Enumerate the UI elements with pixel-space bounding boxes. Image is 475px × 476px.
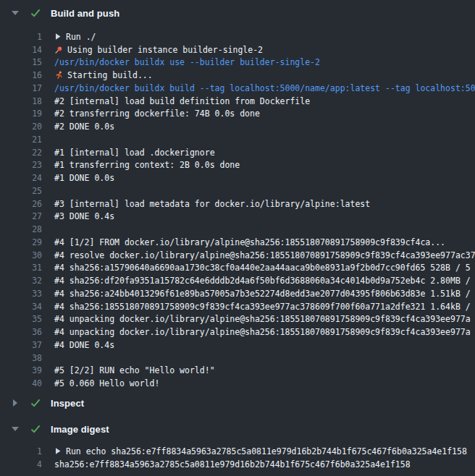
log-line-text: #5 0.060 Hello world! (54, 378, 159, 388)
log-line-text: #1 [internal] load .dockerignore (54, 148, 215, 158)
line-number[interactable]: 29 (0, 237, 42, 247)
line-number[interactable]: 27 (0, 211, 42, 221)
line-number[interactable]: 36 (0, 327, 42, 337)
line-number[interactable]: 21 (0, 135, 42, 145)
line-number[interactable]: 28 (0, 224, 42, 234)
log-line-text: #4 sha256:a24bb4013296f61e89ba57005a7b3e… (54, 289, 475, 299)
log-line: 27#3 DONE 0.4s (0, 211, 475, 224)
log-line-content: #4 DONE 0.4s (42, 340, 475, 350)
line-number[interactable]: 16 (0, 70, 42, 80)
play-icon[interactable] (54, 447, 62, 455)
log-line-text: #4 resolve docker.io/library/alpine@sha2… (54, 250, 475, 260)
line-number[interactable]: 23 (0, 160, 42, 170)
chevron-down-icon[interactable] (11, 11, 20, 15)
line-number[interactable]: 30 (0, 250, 42, 260)
log-line-content: Starting build... (42, 70, 475, 80)
log-line: 20#2 DONE 0.0s (0, 120, 475, 133)
log-line-text: #4 sha256:185518070891758909c9f839cf4ca3… (54, 302, 475, 312)
log-line-text: #4 unpacking docker.io/library/alpine@sh… (54, 314, 471, 324)
log-line-content: #4 resolve docker.io/library/alpine@sha2… (42, 250, 475, 260)
log-line-content: #2 transferring dockerfile: 74B 0.0s don… (42, 109, 475, 119)
chevron-right-icon[interactable] (11, 399, 20, 407)
log-line: 23#1 transferring context: 2B 0.0s done (0, 159, 475, 172)
log-line-text: #2 transferring dockerfile: 74B 0.0s don… (54, 109, 260, 119)
log-line: 4sha256:e7ff8834a5963a2785c5a0811e979d16… (0, 458, 475, 471)
log-line-text: #4 DONE 0.4s (54, 340, 114, 350)
log-line-content: #4 [1/2] FROM docker.io/library/alpine@s… (42, 237, 475, 247)
log-line-text: #4 sha256:df20fa9351a15782c64e6dddb2d4a6… (54, 276, 475, 286)
log-line-text: Run ./ (66, 32, 96, 42)
log-line: 40#5 0.060 Hello world! (0, 377, 475, 390)
log-line: 38 (0, 352, 475, 365)
log-line: 16Starting build... (0, 69, 475, 82)
log-line: 21 (0, 133, 475, 146)
line-number[interactable]: 37 (0, 340, 42, 350)
log-line-text: #1 transferring context: 2B 0.0s done (54, 160, 240, 170)
log-line-content: #4 sha256:a15790640a6690aa1730c38cf0a440… (42, 263, 475, 273)
line-number[interactable]: 33 (0, 289, 42, 299)
log-line-content: #4 sha256:185518070891758909c9f839cf4ca3… (42, 302, 475, 312)
log-line-content: Run echo sha256:e7ff8834a5963a2785c5a081… (42, 446, 475, 456)
log-line-content: #4 sha256:a24bb4013296f61e89ba57005a7b3e… (42, 289, 475, 299)
line-number[interactable]: 20 (0, 122, 42, 132)
line-number[interactable]: 18 (0, 96, 42, 106)
line-number[interactable]: 1 (0, 32, 42, 42)
line-number[interactable]: 17 (0, 83, 42, 93)
log-line: 15/usr/bin/docker buildx use --builder b… (0, 56, 475, 69)
chevron-down-icon[interactable] (11, 427, 20, 431)
log-line-text: Using builder instance builder-single-2 (67, 45, 263, 55)
line-number[interactable]: 1 (0, 446, 42, 456)
line-number[interactable]: 22 (0, 148, 42, 158)
line-number[interactable]: 35 (0, 314, 42, 324)
log-line-text: #2 [internal] load build definition from… (54, 96, 310, 106)
log-line-content: #4 unpacking docker.io/library/alpine@sh… (42, 327, 475, 337)
line-number[interactable]: 39 (0, 365, 42, 375)
log-line: 33#4 sha256:a24bb4013296f61e89ba57005a7b… (0, 287, 475, 300)
line-number[interactable]: 14 (0, 45, 42, 55)
log-line: 1Run echo sha256:e7ff8834a5963a2785c5a08… (0, 445, 475, 458)
log-line-content: #1 transferring context: 2B 0.0s done (42, 160, 475, 170)
section-header-build-and-push[interactable]: Build and push (0, 0, 475, 26)
log-line-text: /usr/bin/docker buildx use --builder bui… (54, 57, 320, 67)
log-line-content: #4 unpacking docker.io/library/alpine@sh… (42, 314, 475, 324)
log-line-text: #3 DONE 0.4s (54, 211, 114, 221)
line-number[interactable]: 19 (0, 109, 42, 119)
log-line-content: #3 [internal] load metadata for docker.i… (42, 199, 475, 209)
check-icon (30, 399, 42, 407)
log-line-text: #3 [internal] load metadata for docker.i… (54, 199, 370, 209)
line-number[interactable]: 38 (0, 353, 42, 363)
section-title: Inspect (51, 398, 84, 409)
log-line-content: /usr/bin/docker buildx build --tag local… (42, 83, 475, 93)
pushpin-icon (54, 46, 63, 54)
log-line-text: sha256:e7ff8834a5963a2785c5a0811e979d16b… (54, 459, 411, 469)
line-number[interactable]: 4 (0, 459, 42, 469)
log-block-image-digest: 1Run echo sha256:e7ff8834a5963a2785c5a08… (0, 445, 475, 471)
line-number[interactable]: 26 (0, 199, 42, 209)
log-line-content: #4 sha256:df20fa9351a15782c64e6dddb2d4a6… (42, 276, 475, 286)
line-number[interactable]: 40 (0, 378, 42, 388)
log-line-content: #2 [internal] load build definition from… (42, 96, 475, 106)
log-line: 18#2 [internal] load build definition fr… (0, 95, 475, 108)
line-number[interactable]: 32 (0, 276, 42, 286)
check-icon (30, 425, 42, 433)
log-line: 25 (0, 184, 475, 197)
log-line: 29#4 [1/2] FROM docker.io/library/alpine… (0, 236, 475, 249)
log-line-text: #4 unpacking docker.io/library/alpine@sh… (54, 327, 471, 337)
line-number[interactable]: 15 (0, 57, 42, 67)
line-number[interactable]: 25 (0, 186, 42, 196)
actions-log-viewer: Build and push1Run ./14Using builder ins… (0, 0, 475, 471)
line-number[interactable]: 34 (0, 302, 42, 312)
log-line: 17/usr/bin/docker buildx build --tag loc… (0, 82, 475, 95)
log-line-content: #3 DONE 0.4s (42, 211, 475, 221)
line-number[interactable]: 24 (0, 173, 42, 183)
log-line: 1Run ./ (0, 30, 475, 43)
log-line: 26#3 [internal] load metadata for docker… (0, 197, 475, 211)
play-icon[interactable] (54, 33, 62, 41)
log-line-content: #5 [2/2] RUN echo "Hello world!" (42, 365, 475, 375)
log-line: 22#1 [internal] load .dockerignore (0, 146, 475, 159)
section-header-image-digest[interactable]: Image digest (0, 416, 475, 442)
log-line: 36#4 unpacking docker.io/library/alpine@… (0, 326, 475, 339)
line-number[interactable]: 31 (0, 263, 42, 273)
log-line: 30#4 resolve docker.io/library/alpine@sh… (0, 249, 475, 262)
section-header-inspect[interactable]: Inspect (0, 390, 475, 416)
